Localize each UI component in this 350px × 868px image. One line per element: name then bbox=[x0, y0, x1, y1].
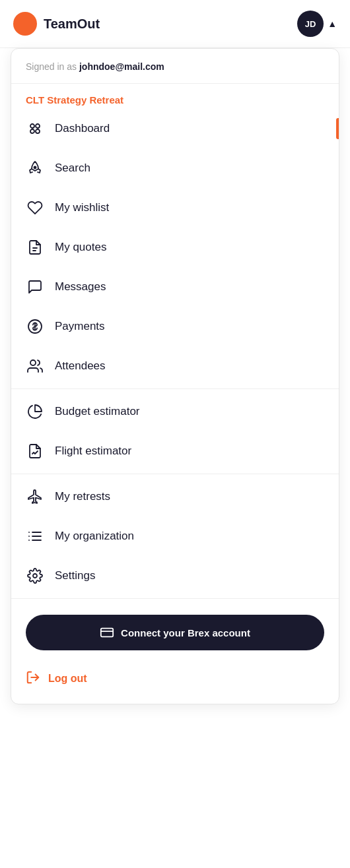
divider-3 bbox=[11, 598, 339, 599]
settings-label: Settings bbox=[55, 569, 95, 582]
dollar-icon bbox=[26, 317, 44, 336]
wishlist-label: My wishlist bbox=[55, 201, 109, 214]
svg-point-0 bbox=[30, 124, 34, 128]
logout-section: Log out bbox=[11, 661, 339, 704]
sidebar-item-dashboard[interactable]: Dashboard bbox=[11, 109, 339, 148]
sidebar-item-my-retrests[interactable]: My retrests bbox=[11, 477, 339, 516]
sidebar-item-search[interactable]: Search bbox=[11, 148, 339, 188]
plane-icon bbox=[26, 487, 44, 506]
dashboard-icon bbox=[26, 119, 44, 138]
svg-point-3 bbox=[36, 129, 40, 133]
workspace-name: CLT Strategy Retreat bbox=[26, 94, 123, 106]
brex-button-label: Connect your Brex account bbox=[121, 627, 250, 638]
list-icon bbox=[26, 527, 44, 545]
connect-brex-button[interactable]: Connect your Brex account bbox=[26, 615, 324, 650]
chart-doc-icon bbox=[26, 442, 44, 460]
app-title: TeamOut bbox=[44, 16, 100, 32]
divider-1 bbox=[11, 388, 339, 389]
pie-chart-icon bbox=[26, 402, 44, 421]
logout-label: Log out bbox=[48, 673, 87, 685]
sidebar-item-budget-estimator[interactable]: Budget estimator bbox=[11, 392, 339, 431]
main-menu-list: Dashboard Search bbox=[11, 109, 339, 386]
svg-point-1 bbox=[36, 124, 40, 128]
flight-estimator-label: Flight estimator bbox=[55, 445, 131, 458]
signed-in-section: Signed in as johndoe@mail.com bbox=[11, 49, 339, 84]
payments-label: Payments bbox=[55, 320, 105, 333]
sidebar-item-attendees[interactable]: Attendees bbox=[11, 346, 339, 386]
sidebar-item-flight-estimator[interactable]: Flight estimator bbox=[11, 431, 339, 471]
rocket-icon bbox=[26, 159, 44, 177]
message-icon bbox=[26, 278, 44, 296]
file-icon bbox=[26, 238, 44, 257]
app-container: TeamOut JD ▲ Signed in as johndoe@mail.c… bbox=[0, 0, 350, 868]
brex-icon bbox=[100, 625, 114, 640]
signed-in-prefix: Signed in as bbox=[26, 61, 79, 72]
gear-icon bbox=[26, 567, 44, 585]
header: TeamOut JD ▲ bbox=[0, 0, 350, 48]
bottom-menu-list: My retrests My organization bbox=[11, 477, 339, 596]
avatar[interactable]: JD bbox=[297, 11, 324, 37]
estimator-menu-list: Budget estimator Flight estimator bbox=[11, 392, 339, 471]
workspace-section: CLT Strategy Retreat bbox=[11, 84, 339, 109]
heart-icon bbox=[26, 199, 44, 217]
sidebar-item-wishlist[interactable]: My wishlist bbox=[11, 188, 339, 228]
logo-icon bbox=[13, 12, 37, 36]
dashboard-label: Dashboard bbox=[55, 122, 110, 135]
attendees-label: Attendees bbox=[55, 359, 106, 373]
active-indicator bbox=[336, 118, 339, 139]
logout-button[interactable]: Log out bbox=[26, 667, 87, 689]
divider-2 bbox=[11, 474, 339, 474]
users-icon bbox=[26, 357, 44, 375]
header-right: JD ▲ bbox=[297, 11, 337, 37]
logout-icon bbox=[26, 670, 40, 687]
signed-in-email: johndoe@mail.com bbox=[79, 61, 164, 72]
svg-point-9 bbox=[30, 360, 36, 365]
messages-label: Messages bbox=[55, 280, 106, 294]
my-retrests-label: My retrests bbox=[55, 490, 110, 503]
brex-section: Connect your Brex account bbox=[11, 602, 339, 661]
quotes-label: My quotes bbox=[55, 241, 106, 254]
header-left: TeamOut bbox=[13, 12, 100, 36]
my-organization-label: My organization bbox=[55, 530, 134, 543]
budget-estimator-label: Budget estimator bbox=[55, 405, 140, 418]
svg-rect-17 bbox=[101, 629, 113, 637]
search-label: Search bbox=[55, 162, 90, 175]
sidebar-item-settings[interactable]: Settings bbox=[11, 556, 339, 596]
sidebar-item-quotes[interactable]: My quotes bbox=[11, 228, 339, 267]
sidebar-item-my-organization[interactable]: My organization bbox=[11, 516, 339, 556]
sidebar-item-payments[interactable]: Payments bbox=[11, 307, 339, 346]
svg-point-4 bbox=[34, 167, 36, 169]
dropdown-menu: Signed in as johndoe@mail.com CLT Strate… bbox=[11, 48, 339, 704]
svg-point-16 bbox=[33, 574, 37, 578]
sidebar-item-messages[interactable]: Messages bbox=[11, 267, 339, 307]
svg-point-2 bbox=[30, 129, 34, 133]
chevron-up-icon[interactable]: ▲ bbox=[328, 18, 337, 29]
